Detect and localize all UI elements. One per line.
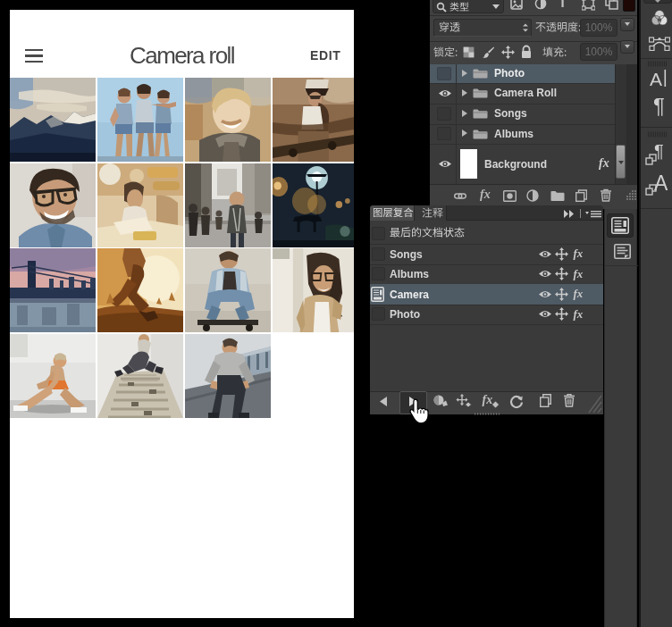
svg-text:A: A [650, 69, 662, 88]
svg-text:¶: ¶ [653, 95, 665, 118]
